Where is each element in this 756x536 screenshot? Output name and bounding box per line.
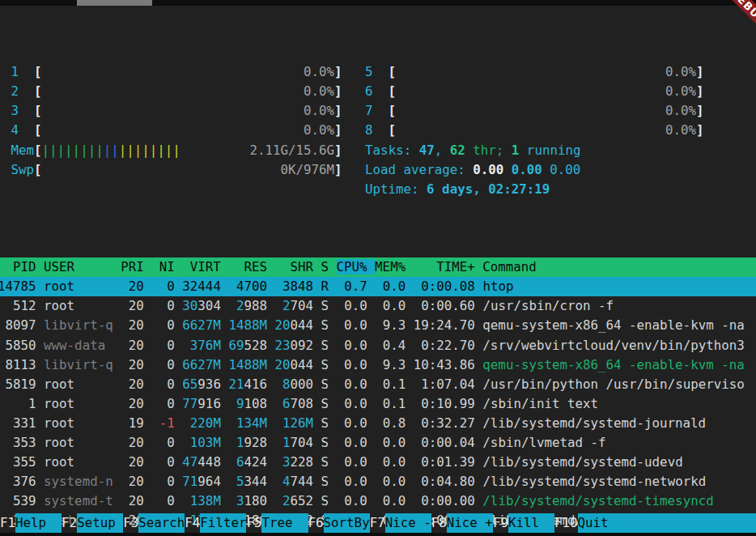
meter-close-bracket: ]	[696, 122, 704, 138]
cell-state: S	[321, 338, 329, 353]
process-row-376[interactable]: 376 systemd-n 20 0 71964 5344 4744 S 0.0…	[0, 472, 756, 491]
window-topbar	[0, 0, 756, 6]
cpu-meter-row: 1 [ 0.0%] 5 [ 0.0%]	[3, 62, 756, 82]
process-row-331[interactable]: 331 root 19 -1 220M 134M 126M S 0.0 0.8 …	[0, 414, 756, 433]
column-header-virt[interactable]: VIRT	[182, 259, 228, 274]
cpu-meter-value: 0.0%	[396, 122, 696, 138]
process-row-512[interactable]: 512 root 20 0 30304 2988 2704 S 0.0 0.0 …	[0, 296, 756, 316]
cell-shr: 708	[291, 396, 314, 411]
cell-cpu-pct: 0.7	[337, 279, 367, 294]
fkey-quit[interactable]: F10Quit	[554, 513, 756, 533]
cell-cpu-pct: 0.0	[337, 415, 367, 431]
process-row-5819[interactable]: 5819 root 20 0 65936 21416 8000 S 0.0 0.…	[0, 375, 756, 394]
fkey-help[interactable]: F1Help	[0, 513, 62, 533]
cell-res: 528	[244, 338, 267, 353]
cell-virt: 71	[182, 474, 197, 489]
cell-virt: 220M	[190, 415, 221, 431]
htop-terminal: DEBUG 1 [ 0.0%] 5 [ 0.0%] 2 [ 0.0%] 6 [ …	[0, 0, 756, 536]
cell-state: S	[321, 435, 329, 450]
cpu-meter-row: 3 [ 0.0%] 7 [ 0.0%]	[3, 101, 756, 121]
fkey-action-label: Help	[15, 513, 62, 533]
cpu-meter-row: 2 [ 0.0%] 6 [ 0.0%]	[3, 82, 756, 101]
process-row-8097[interactable]: 8097 libvirt-q 20 0 6627M 1488M 20044 S …	[0, 316, 756, 335]
cell-command: /lib/systemd/systemd-networkd	[482, 474, 706, 489]
fkey-search[interactable]: F3Search	[123, 513, 185, 533]
cell-pid: 331	[0, 415, 36, 431]
fkey-sortby[interactable]: F6SortBy	[308, 513, 370, 533]
cell-pid: 353	[0, 435, 36, 450]
cell-pri: 20	[121, 279, 144, 294]
column-header-command[interactable]: Command	[482, 259, 537, 274]
cell-pri: 20	[121, 435, 144, 450]
fkey-kill[interactable]: F9Kill	[493, 513, 554, 533]
column-header-mem[interactable]: MEM%	[375, 259, 414, 274]
fkey-filter[interactable]: F4Filter	[185, 513, 246, 533]
meter-close-bracket: ]	[696, 103, 704, 118]
cpu-meter-value: 0.0%	[396, 103, 696, 118]
process-row-8113[interactable]: 8113 libvirt-q 20 0 6627M 1488M 20044 S …	[0, 355, 756, 375]
process-row-539[interactable]: 539 systemd-t 20 0 138M 3180 2652 S 0.0 …	[0, 491, 756, 511]
fkey-setup[interactable]: F2Setup	[62, 513, 123, 533]
cell-shr: 848	[291, 279, 314, 294]
cell-shr: 23	[275, 338, 291, 353]
cell-mem-pct: 9.3	[375, 317, 406, 333]
cell-virt: 77	[182, 396, 197, 411]
fkey-action-label: Nice +	[447, 513, 493, 533]
column-header-ni[interactable]: NI	[151, 259, 182, 274]
process-row-355[interactable]: 355 root 20 0 47448 6424 3228 S 0.0 0.0 …	[0, 453, 756, 472]
meter-open-bracket: [	[34, 122, 42, 138]
fkey-action-label: Kill	[508, 513, 554, 533]
mem-meter-pipes: ||||||||	[119, 143, 181, 158]
column-header-time[interactable]: TIME+	[414, 259, 483, 274]
cell-virt: 30	[182, 298, 197, 313]
cell-user: root	[44, 279, 74, 294]
cell-state: R	[321, 279, 329, 294]
column-header-user[interactable]: USER	[44, 259, 121, 274]
fkey-action-label: Nice -	[385, 513, 431, 533]
cell-ni: 0	[167, 396, 175, 411]
column-header-pid[interactable]: PID	[0, 259, 44, 274]
cell-pid: 376	[0, 474, 36, 489]
fkey-tree[interactable]: F5Tree	[246, 513, 308, 533]
cell-ni: 0	[167, 357, 175, 372]
fkey-number: F6	[308, 513, 324, 533]
fkey-action-label: Setup	[77, 513, 123, 533]
cell-time: 19:24.70	[414, 317, 475, 333]
cell-command: /sbin/lvmetad -f	[482, 435, 605, 450]
cell-shr: 3	[282, 279, 291, 294]
cell-mem-pct: 0.0	[375, 454, 406, 470]
tasks-summary: Tasks: 47, 62 thr; 1 running	[365, 143, 580, 158]
cell-res: 134M	[236, 415, 267, 431]
cell-shr: 3	[282, 454, 291, 470]
cell-res: 180	[244, 493, 267, 508]
process-row-5850[interactable]: 5850 www-data 20 0 376M 69528 23092 S 0.…	[0, 336, 756, 355]
window-tab[interactable]	[77, 0, 152, 6]
column-header-cpu[interactable]: CPU%	[337, 259, 376, 274]
uptime: Uptime: 6 days, 02:27:19	[365, 181, 550, 197]
cell-pri: 20	[121, 493, 144, 508]
column-header-shr[interactable]: SHR	[274, 259, 321, 274]
swap-meter-row: Swp[ 0K/976M] Load average: 0.00 0.00 0.…	[3, 160, 756, 180]
column-header-pri[interactable]: PRI	[121, 259, 151, 274]
cell-mem-pct: 0.0	[375, 435, 406, 450]
cell-time: 0:00.00	[414, 493, 475, 508]
process-row-1[interactable]: 1 root 20 0 77916 9108 6708 S 0.0 0.1 0:…	[0, 394, 756, 414]
process-row-353[interactable]: 353 root 20 0 103M 1928 1704 S 0.0 0.0 0…	[0, 433, 756, 453]
fkey-number: F7	[370, 513, 385, 533]
cell-ni: 0	[167, 338, 175, 353]
cpu-meter-label: 8	[365, 122, 373, 138]
cell-pid: 355	[0, 454, 36, 470]
column-header-s[interactable]: S	[321, 259, 337, 274]
mem-meter-label: Mem	[11, 143, 35, 158]
blank-line	[3, 199, 756, 219]
fkey-nice[interactable]: F7Nice -	[370, 513, 431, 533]
cell-user: systemd-n	[44, 474, 113, 489]
meter-close-bracket: ]	[334, 122, 342, 138]
process-row-14785[interactable]: 14785 root 20 0 32444 4700 3848 R 0.7 0.…	[0, 277, 756, 296]
cell-shr: 744	[291, 474, 314, 489]
cell-time: 0:04.80	[414, 474, 475, 489]
fkey-nice[interactable]: F8Nice +	[431, 513, 493, 533]
bottom-strip	[0, 533, 756, 536]
column-header-res[interactable]: RES	[228, 259, 274, 274]
cell-user: root	[44, 435, 74, 450]
